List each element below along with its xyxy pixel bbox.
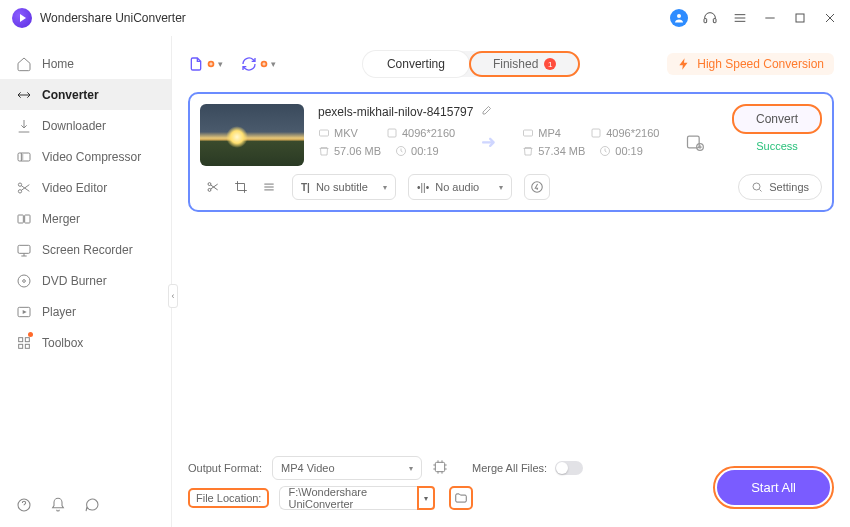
feedback-icon[interactable] xyxy=(84,497,100,513)
app-logo xyxy=(12,8,32,28)
tab-finished[interactable]: Finished 1 xyxy=(469,51,580,77)
video-thumbnail[interactable] xyxy=(200,104,304,166)
sidebar-item-recorder[interactable]: Screen Recorder xyxy=(0,234,171,265)
svg-rect-1 xyxy=(704,19,707,23)
svg-rect-7 xyxy=(18,215,23,223)
convert-button[interactable]: Convert xyxy=(732,104,822,134)
open-folder-button[interactable] xyxy=(449,486,473,510)
titlebar: Wondershare UniConverter xyxy=(0,0,850,36)
svg-rect-13 xyxy=(19,337,23,341)
merge-label: Merge All Files: xyxy=(472,462,547,474)
add-folder-button[interactable]: ▾ xyxy=(241,56,276,72)
start-all-button[interactable]: Start All xyxy=(717,470,830,505)
merge-toggle[interactable] xyxy=(555,461,583,475)
compressor-icon xyxy=(16,149,32,165)
svg-rect-20 xyxy=(320,130,329,136)
close-button[interactable] xyxy=(822,10,838,26)
home-icon xyxy=(16,56,32,72)
notification-dot xyxy=(28,332,33,337)
sidebar-item-label: DVD Burner xyxy=(42,274,107,288)
add-file-icon xyxy=(188,56,204,72)
file-location-field[interactable]: F:\Wondershare UniConverter xyxy=(279,486,417,510)
finished-badge: 1 xyxy=(544,58,556,70)
svg-point-10 xyxy=(18,275,30,287)
help-icon[interactable] xyxy=(16,497,32,513)
svg-rect-16 xyxy=(25,344,29,348)
sidebar-item-converter[interactable]: Converter xyxy=(0,79,171,110)
file-name: pexels-mikhail-nilov-8415797 xyxy=(318,105,473,119)
chevron-down-icon: ▾ xyxy=(271,59,276,69)
effects-icon[interactable] xyxy=(262,180,276,194)
sidebar-item-toolbox[interactable]: Toolbox xyxy=(0,327,171,358)
svg-point-29 xyxy=(208,188,211,191)
account-avatar[interactable] xyxy=(670,9,688,27)
hardware-accel-icon[interactable] xyxy=(432,459,448,478)
hamburger-menu-icon[interactable] xyxy=(732,10,748,26)
svg-rect-24 xyxy=(592,129,600,137)
svg-rect-9 xyxy=(18,245,30,253)
app-title: Wondershare UniConverter xyxy=(40,11,186,25)
output-format-dropdown[interactable]: MP4 Video▾ xyxy=(272,456,422,480)
output-settings-icon[interactable] xyxy=(685,132,705,152)
subtitle-dropdown[interactable]: T| No subtitle ▾ xyxy=(292,174,396,200)
high-speed-toggle[interactable]: High Speed Conversion xyxy=(667,53,834,75)
bell-icon[interactable] xyxy=(50,497,66,513)
status-tabs: Converting Finished 1 xyxy=(363,51,580,77)
svg-point-11 xyxy=(23,279,26,282)
maximize-button[interactable] xyxy=(792,10,808,26)
file-location-label: File Location: xyxy=(188,488,269,508)
svg-rect-4 xyxy=(18,153,30,161)
disc-icon xyxy=(16,273,32,289)
sidebar-item-compressor[interactable]: Video Compressor xyxy=(0,141,171,172)
target-specs: MP4 4096*2160 57.34 MB 00:19 xyxy=(522,127,659,157)
sidebar-item-label: Merger xyxy=(42,212,80,226)
svg-point-30 xyxy=(532,182,543,193)
audio-dropdown[interactable]: •||• No audio ▾ xyxy=(408,174,512,200)
svg-rect-8 xyxy=(25,215,30,223)
minimize-button[interactable] xyxy=(762,10,778,26)
recorder-icon xyxy=(16,242,32,258)
svg-rect-23 xyxy=(524,130,533,136)
trim-icon[interactable] xyxy=(206,180,220,194)
scissors-icon xyxy=(16,180,32,196)
svg-point-28 xyxy=(208,183,211,186)
merger-icon xyxy=(16,211,32,227)
sidebar-item-home[interactable]: Home xyxy=(0,48,171,79)
plus-badge-icon xyxy=(259,59,269,69)
settings-button[interactable]: Settings xyxy=(738,174,822,200)
sidebar-item-label: Downloader xyxy=(42,119,106,133)
sidebar-item-label: Screen Recorder xyxy=(42,243,133,257)
file-card: pexels-mikhail-nilov-8415797 MKV 4096*21… xyxy=(188,92,834,212)
arrow-icon: ➜ xyxy=(481,131,496,153)
svg-rect-32 xyxy=(435,462,444,471)
svg-rect-21 xyxy=(388,129,396,137)
output-format-label: Output Format: xyxy=(188,462,262,474)
main-panel: ▾ ▾ Converting Finished 1 High Speed Con… xyxy=(172,36,850,527)
tab-converting[interactable]: Converting xyxy=(363,51,469,77)
speed-info-icon[interactable] xyxy=(524,174,550,200)
sidebar-item-label: Toolbox xyxy=(42,336,83,350)
svg-rect-14 xyxy=(25,337,29,341)
refresh-icon xyxy=(241,56,257,72)
headset-icon[interactable] xyxy=(702,10,718,26)
svg-point-31 xyxy=(753,183,760,190)
svg-point-5 xyxy=(18,183,21,186)
sidebar-item-player[interactable]: Player xyxy=(0,296,171,327)
svg-point-6 xyxy=(18,189,21,192)
sidebar-item-downloader[interactable]: Downloader xyxy=(0,110,171,141)
sidebar-item-label: Video Editor xyxy=(42,181,107,195)
svg-rect-3 xyxy=(796,14,804,22)
svg-rect-2 xyxy=(713,19,716,23)
status-text: Success xyxy=(756,140,798,152)
add-file-button[interactable]: ▾ xyxy=(188,56,223,72)
svg-point-0 xyxy=(677,14,681,18)
rename-button[interactable] xyxy=(481,104,493,119)
start-all-wrap: Start All xyxy=(713,466,834,509)
sidebar-item-editor[interactable]: Video Editor xyxy=(0,172,171,203)
sidebar-item-merger[interactable]: Merger xyxy=(0,203,171,234)
file-location-dropdown[interactable]: ▾ xyxy=(417,486,435,510)
sidebar-item-label: Converter xyxy=(42,88,99,102)
sidebar-item-dvd[interactable]: DVD Burner xyxy=(0,265,171,296)
bolt-icon xyxy=(677,57,691,71)
crop-icon[interactable] xyxy=(234,180,248,194)
